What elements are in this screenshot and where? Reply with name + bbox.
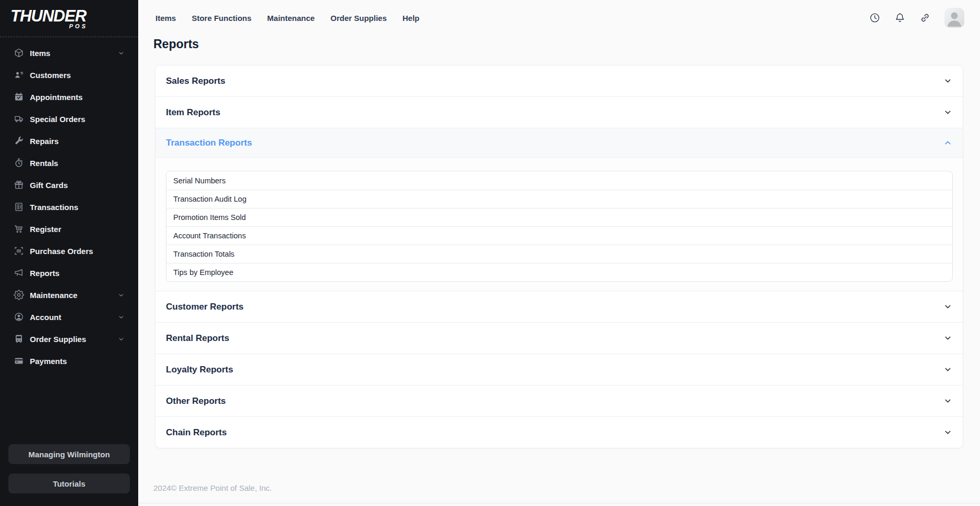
- sidebar-item-label: Special Orders: [30, 115, 85, 124]
- accordion-label: Sales Reports: [166, 76, 225, 86]
- report-link-account-transactions[interactable]: Account Transactions: [166, 226, 952, 245]
- truck-icon: [14, 114, 24, 124]
- top-navigation: Items Store Functions Maintenance Order …: [155, 0, 419, 36]
- link-icon[interactable]: [919, 12, 931, 24]
- accordion-section-sales-reports: Sales Reports: [155, 65, 963, 96]
- bus-icon: [14, 334, 24, 344]
- topnav-item-order-supplies[interactable]: Order Supplies: [330, 14, 387, 23]
- credit-card-icon: [14, 356, 24, 366]
- sidebar-item-label: Register: [30, 225, 61, 234]
- sidebar-item-label: Items: [30, 49, 50, 58]
- accordion-label: Loyalty Reports: [166, 365, 233, 375]
- sidebar-item-repairs[interactable]: Repairs: [0, 130, 138, 152]
- chevron-down-icon: [118, 336, 125, 343]
- topnav-item-items[interactable]: Items: [155, 14, 176, 23]
- chevron-down-icon: [943, 428, 952, 437]
- sidebar-item-maintenance[interactable]: Maintenance: [0, 284, 138, 306]
- customers-icon: [14, 70, 24, 80]
- accordion-label: Item Reports: [166, 107, 220, 118]
- report-link-transaction-totals[interactable]: Transaction Totals: [166, 245, 952, 263]
- wrench-icon: [14, 136, 24, 146]
- sidebar-item-label: Purchase Orders: [30, 247, 93, 256]
- accordion-label: Other Reports: [166, 396, 226, 406]
- accordion-header[interactable]: Loyalty Reports: [155, 354, 963, 385]
- megaphone-icon: [14, 268, 24, 278]
- chevron-down-icon: [118, 292, 125, 299]
- accordion-header[interactable]: Other Reports: [155, 386, 963, 416]
- cart-icon: [14, 224, 24, 234]
- sidebar-item-payments[interactable]: Payments: [0, 350, 138, 372]
- copyright-text: 2024© Extreme Point of Sale, Inc.: [153, 483, 272, 492]
- gear-icon: [14, 290, 24, 300]
- sidebar-item-label: Reports: [30, 269, 60, 278]
- sidebar-item-label: Account: [30, 313, 61, 322]
- report-link-promotion-items-sold[interactable]: Promotion Items Sold: [166, 208, 952, 226]
- sidebar: THUNDER POS Items Customers Appointments…: [0, 0, 138, 506]
- sidebar-item-reports[interactable]: Reports: [0, 262, 138, 284]
- sidebar-footer: Managing Wilmington Tutorials: [0, 444, 138, 506]
- sidebar-item-label: Repairs: [30, 137, 59, 146]
- sidebar-item-label: Order Supplies: [30, 335, 86, 344]
- avatar[interactable]: [944, 8, 964, 28]
- accordion-label: Customer Reports: [166, 302, 243, 312]
- sidebar-item-label: Appointments: [30, 93, 83, 102]
- topnav-item-help[interactable]: Help: [403, 14, 420, 23]
- sidebar-item-gift-cards[interactable]: Gift Cards: [0, 174, 138, 196]
- accordion-section-customer-reports: Customer Reports: [155, 291, 963, 322]
- report-link-transaction-audit-log[interactable]: Transaction Audit Log: [166, 190, 952, 208]
- accordion-header[interactable]: Sales Reports: [155, 65, 963, 96]
- accordion-section-rental-reports: Rental Reports: [155, 322, 963, 354]
- managing-store-button[interactable]: Managing Wilmington: [8, 444, 130, 464]
- person-circle-icon: [14, 312, 24, 322]
- main-content: Items Store Functions Maintenance Order …: [138, 0, 980, 506]
- sidebar-item-label: Transactions: [30, 203, 79, 212]
- sidebar-item-rentals[interactable]: Rentals: [0, 152, 138, 174]
- sidebar-item-appointments[interactable]: Appointments: [0, 86, 138, 108]
- tutorials-button[interactable]: Tutorials: [8, 474, 130, 493]
- report-link-serial-numbers[interactable]: Serial Numbers: [166, 171, 952, 190]
- report-link-tips-by-employee[interactable]: Tips by Employee: [166, 263, 952, 281]
- accordion-label: Rental Reports: [166, 333, 229, 344]
- accordion-label: Chain Reports: [166, 427, 227, 438]
- accordion-header[interactable]: Item Reports: [155, 97, 963, 128]
- sidebar-item-purchase-orders[interactable]: Purchase Orders: [0, 240, 138, 262]
- topnav-item-store-functions[interactable]: Store Functions: [192, 14, 251, 23]
- accordion-header[interactable]: Chain Reports: [155, 417, 963, 448]
- sidebar-item-special-orders[interactable]: Special Orders: [0, 108, 138, 130]
- sidebar-item-transactions[interactable]: Transactions: [0, 196, 138, 218]
- report-list: Serial Numbers Transaction Audit Log Pro…: [166, 171, 953, 282]
- sidebar-item-account[interactable]: Account: [0, 306, 138, 328]
- bell-icon[interactable]: [894, 12, 906, 24]
- reports-accordion: Sales Reports Item Reports Transaction R…: [155, 65, 963, 448]
- sidebar-nav: Items Customers Appointments Special Ord…: [0, 37, 138, 372]
- accordion-header[interactable]: Rental Reports: [155, 323, 963, 354]
- stopwatch-icon: [14, 158, 24, 168]
- sidebar-item-order-supplies[interactable]: Order Supplies: [0, 328, 138, 350]
- clock-icon[interactable]: [869, 12, 881, 24]
- sidebar-item-label: Payments: [30, 357, 67, 366]
- sidebar-item-label: Gift Cards: [30, 181, 68, 190]
- box-icon: [14, 48, 24, 58]
- sidebar-item-label: Maintenance: [30, 291, 77, 300]
- chevron-down-icon: [118, 314, 125, 321]
- chevron-down-icon: [118, 50, 125, 57]
- brand-sub: POS: [69, 23, 138, 29]
- chevron-down-icon: [943, 397, 952, 405]
- accordion-header[interactable]: Customer Reports: [155, 291, 963, 322]
- calendar-check-icon: [14, 92, 24, 102]
- chevron-down-icon: [943, 76, 952, 85]
- gift-icon: [14, 180, 24, 190]
- chevron-up-icon: [943, 138, 952, 147]
- accordion-content: Serial Numbers Transaction Audit Log Pro…: [155, 157, 963, 291]
- page-title: Reports: [153, 37, 199, 51]
- accordion-label: Transaction Reports: [166, 138, 252, 148]
- brand-name: THUNDER: [10, 8, 138, 24]
- chevron-down-icon: [943, 334, 952, 343]
- sidebar-item-label: Rentals: [30, 159, 58, 168]
- topnav-item-maintenance[interactable]: Maintenance: [267, 14, 315, 23]
- sidebar-item-label: Customers: [30, 71, 71, 80]
- sidebar-item-customers[interactable]: Customers: [0, 64, 138, 86]
- accordion-header[interactable]: Transaction Reports: [155, 128, 963, 157]
- sidebar-item-items[interactable]: Items: [0, 42, 138, 64]
- sidebar-item-register[interactable]: Register: [0, 218, 138, 240]
